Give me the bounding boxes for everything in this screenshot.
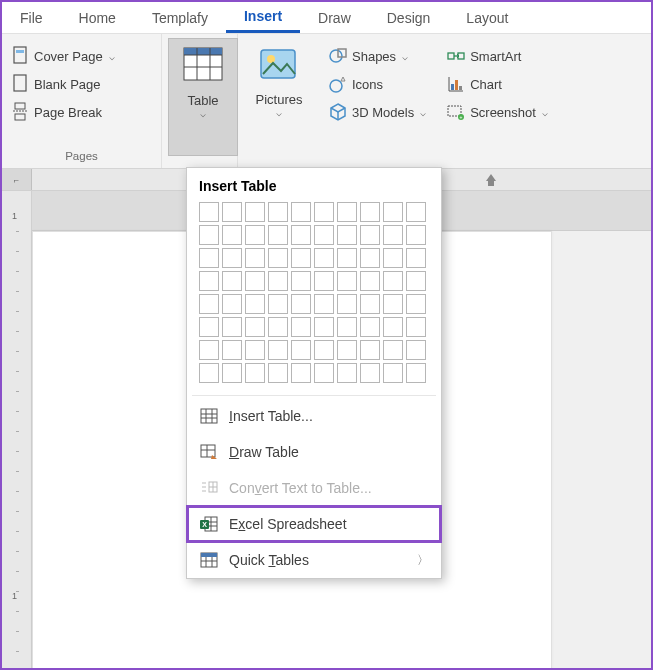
grid-cell[interactable] [406,248,426,268]
grid-cell[interactable] [314,363,334,383]
grid-cell[interactable] [268,294,288,314]
grid-cell[interactable] [337,317,357,337]
excel-spreadsheet-menu-item[interactable]: X Excel Spreadsheet [187,506,441,542]
grid-cell[interactable] [245,271,265,291]
cover-page-button[interactable]: Cover Page ⌵ [8,44,155,68]
grid-cell[interactable] [337,271,357,291]
grid-cell[interactable] [406,202,426,222]
tab-insert[interactable]: Insert [226,2,300,33]
grid-cell[interactable] [383,363,403,383]
grid-cell[interactable] [199,317,219,337]
grid-cell[interactable] [360,317,380,337]
grid-cell[interactable] [222,248,242,268]
grid-cell[interactable] [406,363,426,383]
grid-cell[interactable] [383,248,403,268]
grid-cell[interactable] [337,202,357,222]
tab-templafy[interactable]: Templafy [134,2,226,33]
grid-cell[interactable] [268,363,288,383]
grid-cell[interactable] [360,202,380,222]
grid-cell[interactable] [291,248,311,268]
grid-cell[interactable] [222,225,242,245]
tab-draw[interactable]: Draw [300,2,369,33]
grid-cell[interactable] [291,363,311,383]
grid-cell[interactable] [314,225,334,245]
grid-cell[interactable] [245,225,265,245]
page-break-button[interactable]: Page Break [8,100,155,124]
grid-cell[interactable] [406,294,426,314]
grid-cell[interactable] [406,225,426,245]
grid-cell[interactable] [222,340,242,360]
grid-cell[interactable] [291,294,311,314]
grid-cell[interactable] [383,225,403,245]
grid-cell[interactable] [268,225,288,245]
grid-cell[interactable] [406,317,426,337]
smartart-button[interactable]: SmartArt [442,44,552,68]
grid-cell[interactable] [291,317,311,337]
grid-cell[interactable] [383,271,403,291]
grid-cell[interactable] [245,248,265,268]
grid-cell[interactable] [199,248,219,268]
grid-cell[interactable] [222,317,242,337]
grid-cell[interactable] [268,271,288,291]
grid-cell[interactable] [245,202,265,222]
grid-cell[interactable] [199,225,219,245]
grid-cell[interactable] [222,294,242,314]
shapes-button[interactable]: Shapes ⌵ [324,44,430,68]
grid-cell[interactable] [337,340,357,360]
grid-cell[interactable] [337,363,357,383]
chart-button[interactable]: Chart [442,72,552,96]
grid-cell[interactable] [406,271,426,291]
grid-cell[interactable] [360,271,380,291]
tab-layout[interactable]: Layout [448,2,526,33]
grid-cell[interactable] [222,271,242,291]
blank-page-button[interactable]: Blank Page [8,72,155,96]
icons-button[interactable]: Icons [324,72,430,96]
grid-cell[interactable] [314,202,334,222]
grid-cell[interactable] [383,202,403,222]
grid-cell[interactable] [222,363,242,383]
grid-cell[interactable] [383,317,403,337]
grid-cell[interactable] [245,317,265,337]
grid-cell[interactable] [199,271,219,291]
grid-cell[interactable] [360,225,380,245]
tab-design[interactable]: Design [369,2,449,33]
grid-cell[interactable] [383,340,403,360]
grid-cell[interactable] [337,248,357,268]
tab-home[interactable]: Home [61,2,134,33]
indent-marker-base-icon[interactable] [488,180,494,186]
grid-cell[interactable] [291,271,311,291]
grid-cell[interactable] [406,340,426,360]
grid-cell[interactable] [337,294,357,314]
3d-models-button[interactable]: 3D Models ⌵ [324,100,430,124]
grid-cell[interactable] [222,202,242,222]
grid-cell[interactable] [268,248,288,268]
grid-cell[interactable] [383,294,403,314]
draw-table-menu-item[interactable]: Draw Table [187,434,441,470]
grid-cell[interactable] [268,340,288,360]
insert-table-menu-item[interactable]: Insert Table... [187,398,441,434]
grid-cell[interactable] [337,225,357,245]
grid-cell[interactable] [360,363,380,383]
vertical-ruler[interactable]: 1 1 [2,191,32,668]
grid-cell[interactable] [268,202,288,222]
quick-tables-menu-item[interactable]: Quick Tables 〉 [187,542,441,578]
table-split-button[interactable]: Table ⌵ [168,38,238,156]
grid-cell[interactable] [199,363,219,383]
table-size-grid[interactable] [187,202,438,393]
grid-cell[interactable] [314,340,334,360]
grid-cell[interactable] [268,317,288,337]
grid-cell[interactable] [199,202,219,222]
grid-cell[interactable] [245,363,265,383]
grid-cell[interactable] [199,340,219,360]
grid-cell[interactable] [291,340,311,360]
grid-cell[interactable] [291,225,311,245]
grid-cell[interactable] [360,294,380,314]
tab-file[interactable]: File [2,2,61,33]
grid-cell[interactable] [360,248,380,268]
grid-cell[interactable] [314,317,334,337]
pictures-split-button[interactable]: Pictures ⌵ [244,38,314,156]
grid-cell[interactable] [199,294,219,314]
grid-cell[interactable] [291,202,311,222]
grid-cell[interactable] [245,340,265,360]
screenshot-button[interactable]: + Screenshot ⌵ [442,100,552,124]
